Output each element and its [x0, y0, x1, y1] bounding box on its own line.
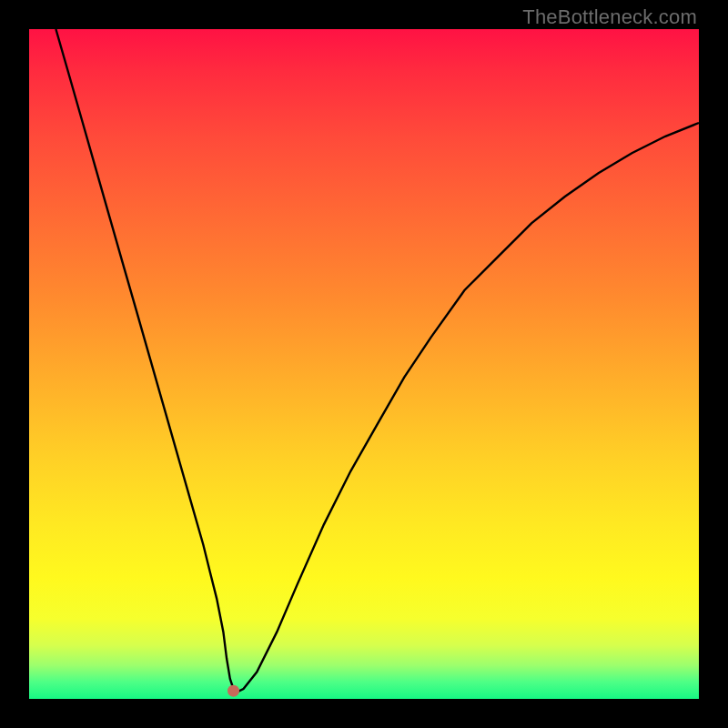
curve-line — [56, 29, 699, 693]
attribution-text: TheBottleneck.com — [522, 5, 697, 29]
marker-dot — [228, 685, 239, 697]
chart-svg — [29, 29, 699, 699]
plot-area — [29, 29, 699, 699]
chart-frame: TheBottleneck.com — [0, 0, 728, 728]
